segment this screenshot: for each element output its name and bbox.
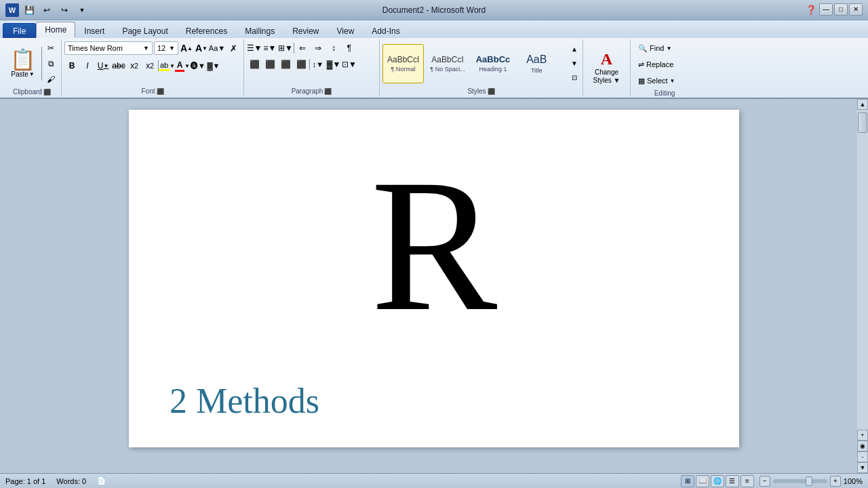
style-normal[interactable]: AaBbCcI ¶ Normal [382,44,424,83]
style-heading1[interactable]: AaBbCc Heading 1 [471,44,515,83]
scroll-track[interactable] [857,110,868,430]
styles-expand-icon[interactable]: ⬛ [488,88,495,95]
zoom-in-button[interactable]: + [830,476,841,487]
format-painter-button[interactable]: 🖌 [43,72,58,87]
paste-icon: 📋 [10,49,35,70]
sort-button[interactable]: ↕ [326,41,341,56]
tab-mailings[interactable]: Mailings [236,23,283,38]
cut-button[interactable]: ✂ [43,41,58,56]
tab-home[interactable]: Home [36,22,75,38]
styles-row: AaBbCcI ¶ Normal AaBbCcI ¶ No Spaci... A… [382,44,568,83]
zoom-slider-thumb[interactable] [806,476,812,486]
increase-indent-button[interactable]: ⇒ [311,41,326,56]
ribbon: 📋 Paste ▼ ✂ ⧉ 🖌 Clipboard ⬛ [0,38,868,99]
styles-more[interactable]: ⊡ [569,71,580,85]
scroll-thumb[interactable] [858,113,867,133]
scroll-down-button[interactable]: ▼ [857,462,868,473]
find-label: Find [650,44,664,52]
methods-heading: 2 Methods [170,381,698,421]
italic-button[interactable]: I [80,58,95,73]
vertical-scrollbar: ▲ + ◉ - ▼ [857,99,868,473]
qat-dropdown[interactable]: ▼ [75,3,90,18]
align-right-button[interactable]: ⬛ [278,57,293,72]
scroll-expand-up[interactable]: + [857,430,868,441]
tab-page-layout[interactable]: Page Layout [113,23,176,38]
font-size-dropdown[interactable]: 12 ▼ [154,41,178,55]
print-layout-button[interactable]: ⊞ [681,475,694,487]
select-button[interactable]: ▦ Select ▼ [633,73,680,88]
select-dropdown[interactable]: ▼ [670,78,675,84]
paste-button[interactable]: 📋 Paste ▼ [5,47,40,80]
show-paragraph-button[interactable]: ¶ [342,41,357,56]
paragraph-content: ☰▼ ≡▼ ⊞▼ ⇐ ⇒ ↕ ¶ ⬛ ⬛ ⬛ ⬛ ↕▼ ▓▼ ⊡▼ [247,41,376,86]
align-center-button[interactable]: ⬛ [262,57,277,72]
superscript-button[interactable]: x2 [142,58,157,73]
close-button[interactable]: ✕ [849,3,863,16]
grow-font-button[interactable]: A▲ [180,41,193,55]
tab-insert[interactable]: Insert [75,23,113,38]
shading-para-button[interactable]: ▓▼ [326,57,341,72]
scroll-expand-down[interactable]: - [857,451,868,462]
style-title[interactable]: AaB Title [516,44,557,83]
full-reading-button[interactable]: 📖 [696,475,709,487]
status-bar: Page: 1 of 1 Words: 0 📄 ⊞ 📖 🌐 ☰ ≡ − + 10… [0,473,868,488]
qat-redo[interactable]: ↪ [57,3,72,18]
clear-format-button[interactable]: ✗ [226,41,241,56]
underline-button[interactable]: U▼ [96,58,111,73]
replace-button[interactable]: ⇌ Replace [633,57,678,72]
maximize-button[interactable]: □ [834,3,848,16]
draft-button[interactable]: ≡ [741,475,754,487]
tab-references[interactable]: References [177,23,236,38]
outline-button[interactable]: ☰ [726,475,739,487]
numbering-button[interactable]: ≡▼ [262,41,277,56]
strikethrough-button[interactable]: abc [111,58,126,73]
document-page[interactable]: R 2 Methods [129,110,739,447]
line-spacing-button[interactable]: ↕▼ [311,57,326,72]
clipboard-expand-icon[interactable]: ⬛ [43,89,51,96]
font-color-button[interactable]: A ▼ [175,58,190,73]
font-expand-icon[interactable]: ⬛ [157,88,164,95]
qat-undo[interactable]: ↩ [39,3,54,18]
multilevel-button[interactable]: ⊞▼ [278,41,293,56]
zoom-slider[interactable] [773,479,827,483]
tab-review[interactable]: Review [283,23,328,38]
scroll-up-button[interactable]: ▲ [857,99,868,110]
paragraph-expand-icon[interactable]: ⬛ [324,88,332,95]
text-effects-button[interactable]: 🅐▼ [191,58,205,73]
scroll-expand-mid[interactable]: ◉ [857,441,868,451]
change-case-button[interactable]: Aa▼ [210,41,224,56]
style-no-spacing[interactable]: AaBbCcI ¶ No Spaci... [425,44,469,83]
tab-file[interactable]: File [3,23,36,38]
replace-icon: ⇌ [638,60,644,69]
minimize-button[interactable]: — [819,3,833,16]
tab-view[interactable]: View [328,23,363,38]
change-styles-button[interactable]: A ChangeStyles ▼ [587,47,627,88]
paste-dropdown-arrow[interactable]: ▼ [29,71,35,77]
styles-scroll-down[interactable]: ▼ [569,57,580,70]
help-button[interactable]: ❓ [804,3,818,17]
font-family-dropdown[interactable]: Times New Rom ▼ [64,41,153,55]
zoom-out-button[interactable]: − [760,476,770,487]
qat-save[interactable]: 💾 [22,3,37,18]
main-area: R 2 Methods ▲ + ◉ - ▼ [0,99,868,473]
find-dropdown[interactable]: ▼ [666,45,671,52]
web-layout-button[interactable]: 🌐 [711,475,724,487]
bold-button[interactable]: B [64,58,79,73]
view-icons: ⊞ 📖 🌐 ☰ ≡ [681,475,754,487]
highlight-button[interactable]: ab ▼ [159,58,174,73]
subscript-button[interactable]: x2 [127,58,142,73]
bullets-button[interactable]: ☰▼ [247,41,262,56]
align-left-button[interactable]: ⬛ [247,57,262,72]
language-icon[interactable]: 📄 [97,476,106,485]
find-button[interactable]: 🔍 Find ▼ [633,41,676,56]
shading-button[interactable]: ▓▼ [206,58,221,73]
zoom-percent[interactable]: 100% [844,477,863,485]
decrease-indent-button[interactable]: ⇐ [295,41,310,56]
tab-add-ins[interactable]: Add-Ins [363,23,408,38]
justify-button[interactable]: ⬛ [294,57,309,72]
replace-label: Replace [646,60,673,68]
borders-button[interactable]: ⊡▼ [342,57,357,72]
shrink-font-button[interactable]: A▼ [195,41,208,55]
copy-button[interactable]: ⧉ [43,56,58,71]
styles-scroll-up[interactable]: ▲ [569,43,580,56]
